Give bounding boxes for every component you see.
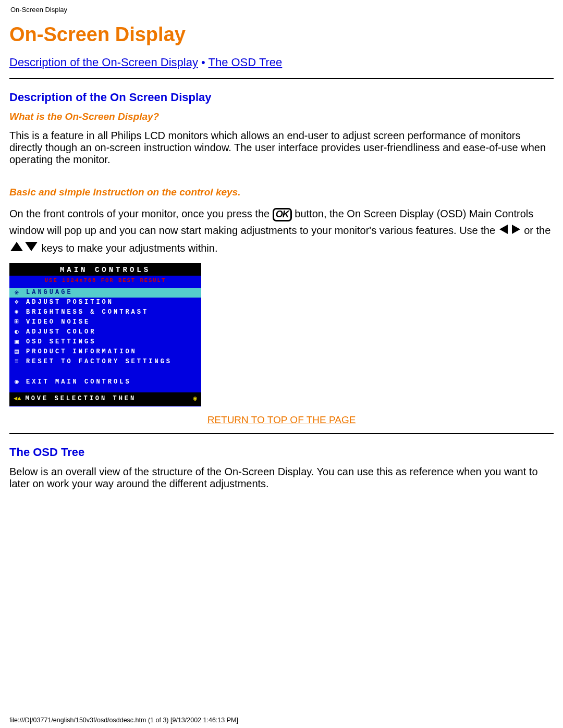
osd-title: MAIN CONTROLS bbox=[9, 263, 201, 276]
move-arrows-icon: ◀▲ bbox=[14, 396, 21, 403]
reset-icon: ≡ bbox=[15, 358, 26, 366]
text-fragment: or the bbox=[524, 225, 550, 236]
subheading-instruction: Basic and simple instruction on the cont… bbox=[9, 187, 554, 198]
osd-item-exit[interactable]: ◉ EXIT MAIN CONTROLS bbox=[9, 377, 201, 387]
osd-item-adjust-color[interactable]: ◐ ADJUST COLOR bbox=[9, 327, 201, 337]
osd-item-label: VIDEO NOISE bbox=[26, 319, 90, 326]
link-description[interactable]: Description of the On-Screen Display bbox=[9, 56, 198, 69]
svg-marker-3 bbox=[25, 242, 38, 251]
page-title: On-Screen Display bbox=[9, 23, 554, 46]
svg-marker-1 bbox=[512, 225, 520, 234]
subheading-what-is: What is the On-Screen Display? bbox=[9, 111, 554, 122]
osd-item-label: RESET TO FACTORY SETTINGS bbox=[26, 359, 172, 366]
nav-separator: • bbox=[198, 56, 209, 69]
osd-item-label: PRODUCT INFORMATION bbox=[26, 349, 137, 356]
osd-item-video-noise[interactable]: ⊞ VIDEO NOISE bbox=[9, 317, 201, 327]
info-icon: ▤ bbox=[15, 348, 26, 356]
text-fragment: On the front controls of your monitor, o… bbox=[9, 208, 273, 219]
exit-icon: ◉ bbox=[15, 378, 26, 386]
osd-item-label: ADJUST COLOR bbox=[26, 329, 96, 336]
link-osd-tree[interactable]: The OSD Tree bbox=[208, 56, 282, 69]
osd-item-label: EXIT MAIN CONTROLS bbox=[26, 379, 131, 386]
noise-icon: ⊞ bbox=[15, 318, 26, 326]
osd-item-label: LANGUAGE bbox=[26, 289, 73, 297]
left-right-arrows-icon bbox=[498, 223, 521, 240]
section-heading-description: Description of the On Screen Display bbox=[9, 91, 554, 104]
paragraph-instruction: On the front controls of your monitor, o… bbox=[9, 205, 554, 257]
return-link-wrap: RETURN TO TOP OF THE PAGE bbox=[9, 414, 554, 426]
language-icon: ❀ bbox=[15, 289, 26, 297]
osd-subtitle: USE 1024x768 FOR BEST RESULT bbox=[9, 276, 201, 288]
osd-gap bbox=[9, 367, 201, 377]
osd-footer-text: MOVE SELECTION THEN bbox=[25, 396, 136, 403]
osd-panel: MAIN CONTROLS USE 1024x768 FOR BEST RESU… bbox=[9, 263, 201, 406]
up-down-arrows-icon bbox=[9, 240, 39, 257]
color-icon: ◐ bbox=[15, 328, 26, 336]
osd-item-label: ADJUST POSITION bbox=[26, 299, 114, 306]
brightness-icon: ✺ bbox=[15, 309, 26, 316]
divider bbox=[9, 433, 554, 434]
divider bbox=[9, 78, 554, 79]
osd-item-label: BRIGHTNESS & CONTRAST bbox=[26, 309, 149, 316]
section-heading-osd-tree: The OSD Tree bbox=[9, 446, 554, 459]
top-nav-links: Description of the On-Screen Display • T… bbox=[9, 56, 554, 69]
osd-gap bbox=[9, 387, 201, 392]
confirm-icon: ◉ bbox=[193, 396, 197, 403]
paragraph-osd-tree: Below is an overall view of the structur… bbox=[9, 466, 554, 490]
paragraph-what-is: This is a feature in all Philips LCD mon… bbox=[9, 130, 554, 166]
osd-item-osd-settings[interactable]: ▣ OSD SETTINGS bbox=[9, 337, 201, 347]
ok-button-icon: OK bbox=[273, 208, 292, 221]
svg-marker-0 bbox=[499, 225, 508, 234]
return-to-top-link[interactable]: RETURN TO TOP OF THE PAGE bbox=[207, 414, 356, 425]
osd-item-label: OSD SETTINGS bbox=[26, 339, 96, 346]
settings-icon: ▣ bbox=[15, 338, 26, 346]
text-fragment: keys to make your adjustments within. bbox=[42, 242, 218, 254]
osd-item-brightness[interactable]: ✺ BRIGHTNESS & CONTRAST bbox=[9, 307, 201, 317]
osd-item-reset[interactable]: ≡ RESET TO FACTORY SETTINGS bbox=[9, 357, 201, 367]
osd-item-product-info[interactable]: ▤ PRODUCT INFORMATION bbox=[9, 347, 201, 357]
osd-footer: ◀▲ MOVE SELECTION THEN ◉ bbox=[9, 392, 201, 406]
position-icon: ✥ bbox=[15, 299, 26, 306]
osd-item-language[interactable]: ❀ LANGUAGE bbox=[9, 288, 201, 298]
svg-marker-2 bbox=[10, 242, 23, 251]
header-small: On-Screen Display bbox=[10, 6, 554, 14]
osd-item-adjust-position[interactable]: ✥ ADJUST POSITION bbox=[9, 298, 201, 307]
